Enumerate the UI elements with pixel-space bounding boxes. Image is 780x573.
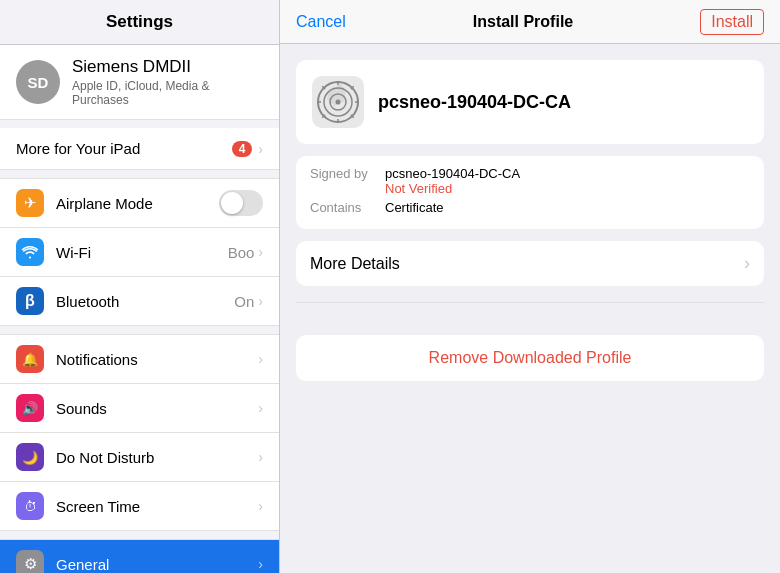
cancel-button[interactable]: Cancel (296, 13, 346, 31)
remove-profile-section[interactable]: Remove Downloaded Profile (296, 335, 764, 381)
spacer2 (280, 303, 780, 319)
airplane-toggle[interactable] (219, 190, 263, 216)
notifications-icon: 🔔 (16, 345, 44, 373)
account-name: Siemens DMDII (72, 57, 263, 77)
profile-card: pcsneo-190404-DC-CA (296, 60, 764, 144)
install-button[interactable]: Install (700, 9, 764, 35)
signed-by-values: pcsneo-190404-DC-CA Not Verified (385, 166, 520, 196)
sidebar-item-notifications[interactable]: 🔔 Notifications › (0, 335, 279, 384)
sidebar-item-sounds[interactable]: 🔊 Sounds › (0, 384, 279, 433)
chevron-wifi-icon: › (258, 244, 263, 260)
contains-row: Contains Certificate (310, 200, 750, 215)
chevron-dnd-icon: › (258, 449, 263, 465)
signed-by-label: Signed by (310, 166, 385, 181)
more-details-row[interactable]: More Details › (296, 241, 764, 286)
sidebar-item-screen-time[interactable]: ⏱ Screen Time › (0, 482, 279, 530)
more-ipad-row[interactable]: More for Your iPad 4 › (0, 128, 279, 170)
contains-value: Certificate (385, 200, 444, 215)
more-ipad-label: More for Your iPad (16, 140, 232, 157)
chevron-more-details-icon: › (744, 253, 750, 274)
general-icon: ⚙ (16, 550, 44, 573)
remove-profile-label: Remove Downloaded Profile (429, 349, 632, 366)
settings-group-3: ⚙ General › ◉ Control Center › ☀ Display… (0, 539, 279, 573)
sidebar-item-do-not-disturb[interactable]: 🌙 Do Not Disturb › (0, 433, 279, 482)
nav-title: Install Profile (473, 13, 573, 31)
chevron-bluetooth-icon: › (258, 293, 263, 309)
toggle-knob (221, 192, 243, 214)
bluetooth-icon: β (16, 287, 44, 315)
account-row[interactable]: SD Siemens DMDII Apple ID, iCloud, Media… (0, 45, 279, 120)
airplane-label: Airplane Mode (56, 195, 219, 212)
more-ipad-badge: 4 (232, 141, 253, 157)
sounds-label: Sounds (56, 400, 258, 417)
sidebar: Settings SD Siemens DMDII Apple ID, iClo… (0, 0, 280, 573)
profile-icon (312, 76, 364, 128)
bluetooth-value: On (234, 293, 254, 310)
bluetooth-label: Bluetooth (56, 293, 234, 310)
more-details-label: More Details (310, 255, 744, 273)
settings-group-2: 🔔 Notifications › 🔊 Sounds › 🌙 Do Not Di… (0, 334, 279, 531)
spacer (280, 286, 780, 302)
nav-bar: Cancel Install Profile Install (280, 0, 780, 44)
contains-label: Contains (310, 200, 385, 215)
do-not-disturb-label: Do Not Disturb (56, 449, 258, 466)
wifi-icon (16, 238, 44, 266)
profile-name: pcsneo-190404-DC-CA (378, 92, 571, 113)
main-panel: Cancel Install Profile Install (280, 0, 780, 573)
airplane-icon: ✈ (16, 189, 44, 217)
notifications-label: Notifications (56, 351, 258, 368)
sidebar-item-airplane[interactable]: ✈ Airplane Mode (0, 179, 279, 228)
chevron-screentime-icon: › (258, 498, 263, 514)
details-section: Signed by pcsneo-190404-DC-CA Not Verifi… (296, 156, 764, 229)
chevron-notif-icon: › (258, 351, 263, 367)
sounds-icon: 🔊 (16, 394, 44, 422)
avatar: SD (16, 60, 60, 104)
wifi-value: Boo (228, 244, 255, 261)
sidebar-header: Settings (0, 0, 279, 45)
signed-by-value: pcsneo-190404-DC-CA (385, 166, 520, 181)
screen-time-icon: ⏱ (16, 492, 44, 520)
chevron-sounds-icon: › (258, 400, 263, 416)
account-info: Siemens DMDII Apple ID, iCloud, Media & … (72, 57, 263, 107)
sidebar-item-bluetooth[interactable]: β Bluetooth On › (0, 277, 279, 325)
signed-by-row: Signed by pcsneo-190404-DC-CA Not Verifi… (310, 166, 750, 196)
not-verified-label: Not Verified (385, 181, 520, 196)
chevron-right-icon: › (258, 141, 263, 157)
wifi-label: Wi-Fi (56, 244, 228, 261)
sidebar-title: Settings (106, 12, 173, 31)
general-label: General (56, 556, 258, 573)
screen-time-label: Screen Time (56, 498, 258, 515)
chevron-general-icon: › (258, 556, 263, 572)
sidebar-item-general[interactable]: ⚙ General › (0, 540, 279, 573)
account-subtitle: Apple ID, iCloud, Media & Purchases (72, 79, 263, 107)
do-not-disturb-icon: 🌙 (16, 443, 44, 471)
sidebar-item-wifi[interactable]: Wi-Fi Boo › (0, 228, 279, 277)
settings-group-1: ✈ Airplane Mode Wi-Fi Boo › β Bluet (0, 178, 279, 326)
